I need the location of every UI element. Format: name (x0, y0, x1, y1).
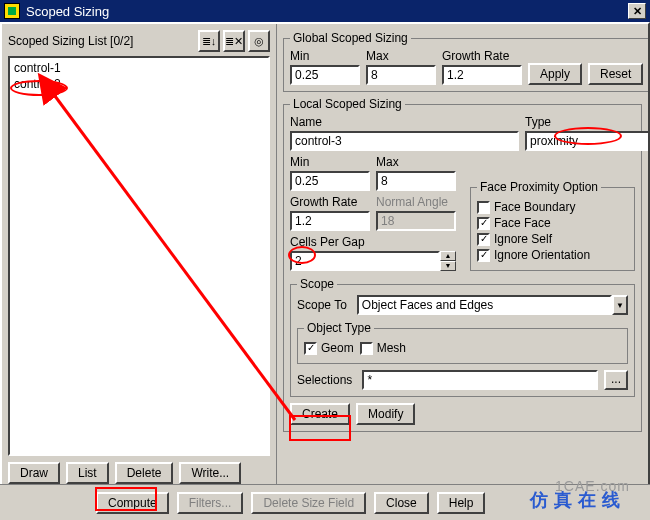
chk-face-boundary[interactable]: Face Boundary (477, 200, 628, 214)
global-min-input[interactable] (290, 65, 360, 85)
delete-size-field-button[interactable]: Delete Size Field (251, 492, 366, 514)
left-panel: Scoped Sizing List [0/2] ≣↓ ≣✕ ◎ control… (2, 24, 277, 518)
draw-button[interactable]: Draw (8, 462, 60, 484)
client-area: Scoped Sizing List [0/2] ≣↓ ≣✕ ◎ control… (0, 22, 650, 520)
scope-to-label: Scope To (297, 298, 347, 312)
checkbox-icon: ✓ (477, 217, 490, 230)
fpo-group: Face Proximity Option Face Boundary ✓ Fa… (470, 180, 635, 271)
spinner-down-icon[interactable]: ▼ (440, 261, 456, 271)
local-min-label: Min (290, 155, 370, 169)
fpo-legend: Face Proximity Option (477, 180, 601, 194)
chk-label: Ignore Orientation (494, 248, 590, 262)
chk-face-face[interactable]: ✓ Face Face (477, 216, 628, 230)
local-min-input[interactable] (290, 171, 370, 191)
chevron-down-icon[interactable]: ▼ (612, 295, 628, 315)
filter-icon[interactable]: ≣↓ (198, 30, 220, 52)
normal-angle-label: Normal Angle (376, 195, 456, 209)
cpg-input[interactable] (290, 251, 440, 271)
help-button[interactable]: Help (437, 492, 486, 514)
normal-angle-input (376, 211, 456, 231)
delete-button[interactable]: Delete (115, 462, 174, 484)
browse-button[interactable]: ... (604, 370, 628, 390)
global-max-input[interactable] (366, 65, 436, 85)
local-max-label: Max (376, 155, 456, 169)
chk-ignore-self[interactable]: ✓ Ignore Self (477, 232, 628, 246)
modify-button[interactable]: Modify (356, 403, 415, 425)
type-label: Type (525, 115, 635, 129)
global-max-label: Max (366, 49, 436, 63)
chk-geom[interactable]: ✓ Geom (304, 341, 354, 355)
close-icon[interactable]: ✕ (628, 3, 646, 19)
selections-label: Selections (297, 373, 352, 387)
checkbox-icon (477, 201, 490, 214)
chk-mesh[interactable]: Mesh (360, 341, 406, 355)
local-gr-label: Growth Rate (290, 195, 370, 209)
cpg-label: Cells Per Gap (290, 235, 456, 249)
chk-label: Face Face (494, 216, 551, 230)
global-gr-input[interactable] (442, 65, 522, 85)
local-gr-input[interactable] (290, 211, 370, 231)
apply-button[interactable]: Apply (528, 63, 582, 85)
local-max-input[interactable] (376, 171, 456, 191)
checkbox-icon: ✓ (477, 233, 490, 246)
name-input[interactable] (290, 131, 519, 151)
local-group: Local Scoped Sizing Name Type ▼ (283, 97, 642, 432)
compute-button[interactable]: Compute (96, 492, 169, 514)
reset-button[interactable]: Reset (588, 63, 643, 85)
object-type-group: Object Type ✓ Geom Mesh (297, 321, 628, 364)
close-button[interactable]: Close (374, 492, 429, 514)
scope-group: Scope Scope To ▼ Object Type ✓ Geom (290, 277, 635, 397)
right-panel: Global Scoped Sizing Min Max Growth Rate… (277, 24, 648, 518)
global-legend: Global Scoped Sizing (290, 31, 411, 45)
sizing-listbox[interactable]: control-1 control-2 (8, 56, 270, 456)
target-icon[interactable]: ◎ (248, 30, 270, 52)
watermark-text: 仿真在线 (530, 488, 626, 512)
write-button[interactable]: Write... (179, 462, 241, 484)
list-item[interactable]: control-2 (12, 76, 266, 92)
checkbox-icon: ✓ (304, 342, 317, 355)
selections-input[interactable] (362, 370, 598, 390)
global-gr-label: Growth Rate (442, 49, 522, 63)
titlebar: Scoped Sizing ✕ (0, 0, 650, 22)
app-icon (4, 3, 20, 19)
name-label: Name (290, 115, 519, 129)
chk-ignore-orientation[interactable]: ✓ Ignore Orientation (477, 248, 628, 262)
global-group: Global Scoped Sizing Min Max Growth Rate… (283, 31, 648, 92)
list-button[interactable]: List (66, 462, 109, 484)
chk-label: Ignore Self (494, 232, 552, 246)
scope-legend: Scope (297, 277, 337, 291)
chk-label: Mesh (377, 341, 406, 355)
global-min-label: Min (290, 49, 360, 63)
sizing-list-label: Scoped Sizing List [0/2] (8, 34, 195, 48)
type-select[interactable] (525, 131, 648, 151)
object-type-legend: Object Type (304, 321, 374, 335)
checkbox-icon (360, 342, 373, 355)
filters-button[interactable]: Filters... (177, 492, 244, 514)
spinner-up-icon[interactable]: ▲ (440, 251, 456, 261)
list-item[interactable]: control-1 (12, 60, 266, 76)
filter-clear-icon[interactable]: ≣✕ (223, 30, 245, 52)
checkbox-icon: ✓ (477, 249, 490, 262)
local-legend: Local Scoped Sizing (290, 97, 405, 111)
chk-label: Geom (321, 341, 354, 355)
scope-to-select[interactable] (357, 295, 612, 315)
create-button[interactable]: Create (290, 403, 350, 425)
window-title: Scoped Sizing (26, 4, 109, 19)
chk-label: Face Boundary (494, 200, 575, 214)
